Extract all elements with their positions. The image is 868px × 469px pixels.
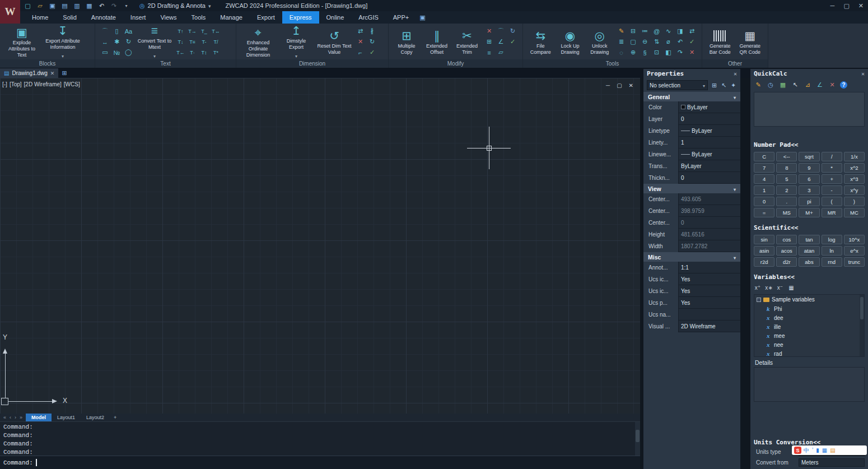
calc-button[interactable]: atan [799,246,819,256]
calc-button[interactable]: MR [822,208,842,217]
text-align-top-icon[interactable]: T↑ [175,26,186,36]
close-icon[interactable]: ✕ [861,71,865,77]
minimize-button[interactable]: ─ [830,2,835,9]
history-icon[interactable]: ◷ [766,80,775,89]
units-value[interactable]: Meters [799,458,865,467]
get-coordinates-icon[interactable]: ↖ [791,80,800,89]
extended-offset-button[interactable]: ∥ Extended Offset [423,29,450,55]
calc-button[interactable]: asin [754,246,774,256]
pickadd-toggle-icon[interactable]: ⊞ [710,82,718,89]
variable-item[interactable]: x mee [754,331,864,340]
variable-item[interactable]: x ille [754,322,864,331]
variables-scrollbar[interactable] [860,295,864,356]
property-value[interactable]: 0 [678,172,740,184]
property-value[interactable]: Yes [678,273,740,285]
toolbox-icon[interactable]: ▤ [830,447,835,454]
diameter-symbol-icon[interactable]: ⌀ [663,36,674,47]
trim-right-icon[interactable]: ◨ [675,26,685,36]
calc-button[interactable]: x^2 [844,163,865,173]
add-layout-button[interactable]: + [110,414,120,421]
selection-dropdown[interactable]: No selection [647,80,708,90]
text-oblique-icon[interactable]: T/ [211,36,221,47]
convert-text-to-mtext-button[interactable]: ≡ Convert Text to Mtext [137,24,172,61]
export-attribute-button[interactable]: ↧ Export Attribute Information [43,24,83,61]
chinese-mode-icon[interactable]: 中 [804,447,809,454]
viewport-close-icon[interactable]: ✕ [629,82,633,89]
calc-button[interactable]: d2r [776,257,797,267]
quick-select-icon[interactable]: ✦ [729,82,738,89]
calc-button[interactable]: x^3 [844,174,865,184]
region-convert-icon[interactable]: ▱ [496,47,506,58]
document-tab-drawing1[interactable]: ▤ Drawing1.dwg ✕ [0,68,58,78]
tree-collapse-icon[interactable] [757,298,761,302]
save-all-icon[interactable]: ▤ [60,2,69,10]
enclose-text-icon[interactable]: ◯ [123,47,134,58]
calc-button[interactable]: + [822,174,842,184]
text-align-right-icon[interactable]: T→ [187,26,198,36]
section-header-view[interactable]: View [643,184,740,193]
viewport-control[interactable]: [-] [2,81,7,87]
calc-button[interactable]: rnd [822,257,842,267]
tab-layout2[interactable]: Layout2 [81,414,110,421]
calc-button[interactable]: 9 [799,163,819,173]
paste-to-commandline-icon[interactable]: ▦ [778,80,787,89]
drawing-canvas[interactable]: [-][Top][2D Wireframe][WCS] ─▢✕ X Y [0,78,640,414]
property-value[interactable]: 398.9759 [678,205,740,217]
text-spacing-icon[interactable]: T↕ [199,47,209,58]
tab-annotate[interactable]: Annotate [84,11,123,24]
purge-icon[interactable]: ⊖ [640,36,650,47]
dim-delete-icon[interactable]: ✕ [355,36,366,47]
xref-list-icon[interactable]: ≔ [640,26,650,36]
explode-text-icon[interactable]: ✱ [111,36,122,47]
variable-item[interactable]: x nee [754,340,864,349]
rotate-text-icon[interactable]: ↻ [123,36,134,47]
calc-button[interactable]: abs [799,257,819,267]
tab-app-plus[interactable]: APP+ [386,11,416,24]
lock-up-drawing-button[interactable]: ◉ Lock Up Drawing [557,29,584,55]
open-icon[interactable]: ▱ [36,2,44,10]
refresh-icon[interactable]: ↻ [507,26,518,36]
file-compare-button[interactable]: ⇆ File Compare [528,29,554,55]
command-input[interactable]: Command: [0,456,640,469]
isolate-object-icon[interactable]: ◌ [616,47,627,58]
numpad-section-header[interactable]: Number Pad<< [750,141,868,150]
calc-button[interactable]: M+ [799,208,819,217]
section-header-general[interactable]: General [643,92,740,101]
tab-model[interactable]: Model [26,414,52,421]
text-width-icon[interactable]: T↔ [211,26,221,36]
calc-button[interactable]: x^y [844,185,865,195]
dim-align-icon[interactable]: ⌐ [355,47,366,58]
distance-between-points-icon[interactable]: ⊿ [803,80,812,89]
arc-aligned-text-icon[interactable]: ⌒ [100,26,110,36]
property-value[interactable]: ByLayer [678,148,740,160]
tab-export[interactable]: Export [250,11,282,24]
tab-online[interactable]: Online [319,11,352,24]
unlock-drawing-button[interactable]: ◎ Unlock Drawing [586,29,613,55]
draw-order-icon[interactable]: ⇅ [651,36,662,47]
soft-keyboard-icon[interactable]: ▦ [822,447,827,454]
calc-display[interactable] [754,92,865,127]
property-value[interactable]: 1:1 [678,262,740,273]
new-drawing-icon[interactable]: ▢ [24,2,32,10]
calc-button[interactable]: C [754,152,774,161]
calc-button[interactable]: e^x [844,246,865,256]
calc-button[interactable]: * [822,163,842,173]
auto-number-icon[interactable]: № [111,47,122,58]
remove-duplicates-icon[interactable]: ✕ [687,47,697,58]
close-button[interactable]: ✕ [858,2,864,10]
tab-views[interactable]: Views [153,11,184,24]
text-center-icon[interactable]: T· [187,47,198,58]
calc-button[interactable]: cos [776,235,797,244]
variables-root-node[interactable]: Sample variables [754,295,864,304]
verify-icon[interactable]: ✓ [507,36,518,47]
calc-button[interactable]: 0 [754,197,774,206]
text-middle-icon[interactable]: T- [199,36,209,47]
layer-manager-icon[interactable]: ≣ [616,36,627,47]
property-value[interactable]: Yes [678,297,740,309]
command-scrollbar[interactable] [635,422,640,456]
calc-button[interactable]: - [822,185,842,195]
calc-button[interactable]: = [754,208,774,217]
clear-icon[interactable]: ✎ [754,80,763,89]
arc-convert-icon[interactable]: ⌒ [496,26,506,36]
dim-reassociate-icon[interactable]: ⇄ [355,26,366,36]
